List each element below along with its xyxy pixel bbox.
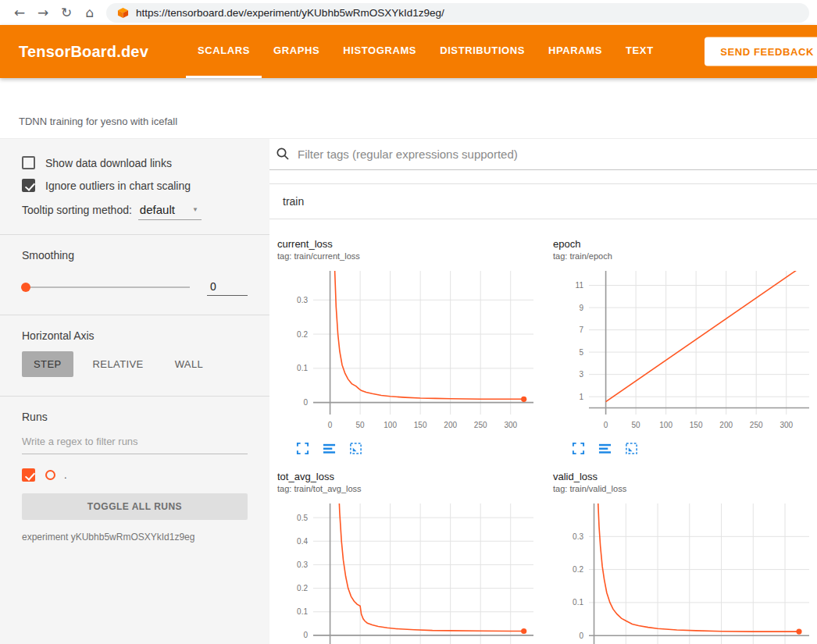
chart-card-tot-avg-loss: tot_avg_loss tag: train/tot_avg_loss 050… bbox=[274, 471, 548, 644]
svg-text:0.2: 0.2 bbox=[297, 584, 308, 592]
chart-card-current-loss: current_loss tag: train/current_loss 050… bbox=[274, 238, 548, 455]
smoothing-slider[interactable] bbox=[22, 286, 190, 288]
chart-tag: tag: train/tot_avg_loss bbox=[277, 484, 548, 493]
chart-title: epoch bbox=[553, 238, 817, 250]
svg-text:0.4: 0.4 bbox=[297, 537, 308, 546]
svg-text:50: 50 bbox=[356, 421, 366, 429]
chart-title: valid_loss bbox=[553, 471, 817, 482]
experiment-description: TDNN training for yesno with icefall bbox=[19, 116, 177, 127]
runs-filter-input[interactable]: Write a regex to filter runs bbox=[22, 432, 248, 454]
tab-text[interactable]: TEXT bbox=[614, 25, 665, 78]
line-chart-tot-avg-loss[interactable]: 05010015020025030000.10.20.30.40.5 bbox=[274, 499, 540, 644]
svg-text:0.3: 0.3 bbox=[297, 560, 308, 569]
tab-hparams[interactable]: HPARAMS bbox=[537, 25, 614, 78]
svg-text:9: 9 bbox=[579, 304, 583, 312]
tag-group-header[interactable]: train bbox=[269, 183, 817, 219]
tab-graphs[interactable]: GRAPHS bbox=[262, 25, 331, 78]
svg-text:100: 100 bbox=[659, 421, 673, 429]
chart-title: current_loss bbox=[277, 238, 548, 250]
tooltip-sorting-value: default bbox=[140, 203, 175, 216]
content: Show data download links Ignore outliers… bbox=[0, 139, 817, 644]
svg-text:50: 50 bbox=[632, 421, 641, 429]
line-chart-current-loss[interactable]: 05010015020025030000.10.20.3 bbox=[274, 266, 540, 436]
svg-text:250: 250 bbox=[750, 421, 763, 429]
run-name: . bbox=[64, 469, 67, 481]
chart-tag: tag: train/valid_loss bbox=[553, 484, 817, 493]
svg-text:0.1: 0.1 bbox=[297, 364, 308, 372]
tab-scalars[interactable]: SCALARS bbox=[186, 25, 262, 78]
runs-label: Runs bbox=[22, 411, 248, 423]
charts-grid: current_loss tag: train/current_loss 050… bbox=[269, 219, 817, 644]
tag-group-card: train current_loss tag: train/current_lo… bbox=[269, 183, 817, 644]
send-feedback-button[interactable]: SEND FEEDBACK bbox=[705, 37, 817, 66]
svg-text:0.5: 0.5 bbox=[297, 514, 308, 522]
site-favicon-icon bbox=[117, 7, 129, 19]
horizontal-axis-label: Horizontal Axis bbox=[22, 329, 248, 342]
svg-text:300: 300 bbox=[504, 421, 517, 429]
svg-text:0.2: 0.2 bbox=[573, 565, 583, 574]
settings-sidebar: Show data download links Ignore outliers… bbox=[0, 139, 269, 644]
fit-domain-icon[interactable] bbox=[349, 442, 362, 455]
expand-chart-icon[interactable] bbox=[296, 442, 309, 455]
svg-text:3: 3 bbox=[579, 370, 583, 379]
svg-text:200: 200 bbox=[719, 421, 733, 429]
tooltip-sorting-dropdown[interactable]: default ▼ bbox=[138, 203, 202, 220]
axis-wall-button[interactable]: WALL bbox=[163, 351, 216, 377]
ignore-outliers-row[interactable]: Ignore outliers in chart scaling bbox=[22, 179, 248, 192]
svg-text:0.2: 0.2 bbox=[297, 330, 308, 339]
svg-text:1: 1 bbox=[579, 393, 583, 401]
reload-icon[interactable]: ↻ bbox=[55, 1, 78, 24]
show-download-links-row[interactable]: Show data download links bbox=[22, 156, 248, 169]
chart-card-epoch: epoch tag: train/epoch 05010015020025030… bbox=[550, 238, 817, 455]
chevron-down-icon: ▼ bbox=[192, 206, 198, 213]
svg-text:150: 150 bbox=[690, 421, 703, 429]
show-download-links-label: Show data download links bbox=[45, 157, 172, 169]
url-text[interactable]: https://tensorboard.dev/experiment/yKUbh… bbox=[136, 7, 444, 19]
expand-chart-icon[interactable] bbox=[572, 442, 585, 455]
chart-toolbar bbox=[572, 442, 817, 455]
ignore-outliers-checkbox[interactable] bbox=[22, 179, 35, 192]
run-checkbox[interactable] bbox=[22, 468, 35, 482]
app-header: TensorBoard.dev SCALARS GRAPHS HISTOGRAM… bbox=[0, 25, 817, 78]
axis-relative-button[interactable]: RELATIVE bbox=[81, 351, 155, 377]
tab-distributions[interactable]: DISTRIBUTIONS bbox=[428, 25, 537, 78]
line-chart-epoch[interactable]: 0501001502002503001357911 bbox=[550, 266, 815, 436]
svg-text:200: 200 bbox=[444, 421, 457, 429]
chart-tag: tag: train/epoch bbox=[553, 251, 817, 261]
axis-step-button[interactable]: STEP bbox=[22, 351, 73, 377]
svg-text:0.3: 0.3 bbox=[297, 296, 308, 304]
toggle-all-runs-button[interactable]: TOGGLE ALL RUNS bbox=[22, 493, 248, 520]
svg-text:0.3: 0.3 bbox=[573, 532, 583, 541]
smoothing-value-field[interactable]: 0 bbox=[207, 279, 248, 296]
browser-toolbar: ← → ↻ ⌂ https://tensorboard.dev/experime… bbox=[0, 0, 817, 25]
experiment-id-label: experiment yKUbhb5wRmOSXYkId1z9eg bbox=[22, 532, 248, 543]
chart-title: tot_avg_loss bbox=[277, 471, 548, 482]
smoothing-slider-thumb[interactable] bbox=[21, 283, 30, 292]
svg-text:0: 0 bbox=[303, 631, 308, 639]
toggle-runs-icon[interactable] bbox=[323, 442, 336, 455]
chart-card-valid-loss: valid_loss tag: train/valid_loss 5010015… bbox=[550, 471, 817, 644]
svg-text:300: 300 bbox=[780, 421, 793, 429]
address-bar[interactable]: https://tensorboard.dev/experiment/yKUbh… bbox=[106, 3, 809, 23]
run-color-swatch bbox=[45, 470, 55, 480]
run-row[interactable]: . bbox=[22, 468, 248, 482]
svg-text:7: 7 bbox=[579, 326, 583, 334]
svg-text:0: 0 bbox=[579, 632, 583, 640]
chart-tag: tag: train/current_loss bbox=[277, 251, 548, 261]
toggle-runs-icon[interactable] bbox=[598, 442, 612, 455]
svg-text:5: 5 bbox=[579, 348, 583, 357]
filter-tags-row[interactable]: Filter tags (regular expressions support… bbox=[269, 139, 817, 170]
show-download-links-checkbox[interactable] bbox=[22, 156, 35, 169]
fit-domain-icon[interactable] bbox=[625, 442, 638, 455]
forward-icon[interactable]: → bbox=[31, 1, 55, 24]
back-icon[interactable]: ← bbox=[8, 1, 31, 24]
tooltip-sorting-label: Tooltip sorting method: bbox=[22, 204, 132, 216]
experiment-subheader: TDNN training for yesno with icefall bbox=[0, 78, 817, 139]
svg-text:0.1: 0.1 bbox=[297, 607, 308, 616]
filter-tags-input[interactable]: Filter tags (regular expressions support… bbox=[298, 148, 518, 161]
line-chart-valid-loss[interactable]: 5010015020025030000.10.20.3 bbox=[550, 499, 815, 644]
tab-histograms[interactable]: HISTOGRAMS bbox=[331, 25, 428, 78]
home-icon[interactable]: ⌂ bbox=[78, 1, 102, 24]
app-logo[interactable]: TensorBoard.dev bbox=[0, 25, 167, 78]
horizontal-axis-toggle: STEP RELATIVE WALL bbox=[22, 351, 248, 377]
